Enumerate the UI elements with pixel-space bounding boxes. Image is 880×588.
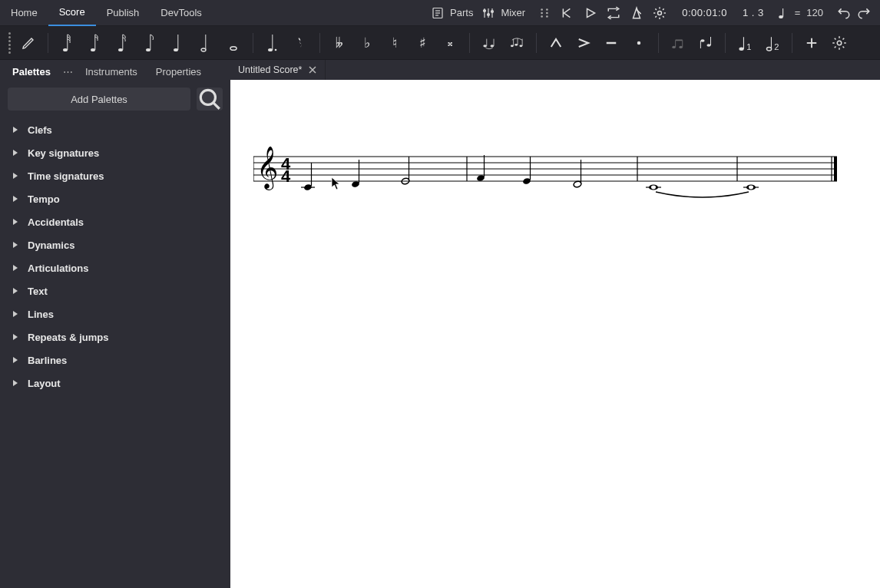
undo-icon[interactable] — [837, 6, 851, 20]
caret-right-icon — [12, 357, 18, 363]
menu-tab-home[interactable]: Home — [0, 0, 48, 26]
toolbar-drag-handle[interactable] — [5, 32, 14, 54]
note-m2-b2[interactable] — [522, 157, 531, 185]
augmentation-dot-button[interactable] — [260, 30, 286, 56]
play-icon[interactable] — [584, 6, 597, 20]
duration-16th-button[interactable] — [110, 30, 136, 56]
natural-button[interactable]: ♮ — [382, 30, 408, 56]
palette-item-layout[interactable]: Layout — [0, 372, 230, 395]
music-staff: 𝄞 4 4 — [253, 141, 868, 295]
duration-quarter-button[interactable] — [165, 30, 191, 56]
redo-icon[interactable] — [857, 6, 871, 20]
duration-whole-button[interactable] — [220, 30, 246, 56]
palette-item-key-signatures[interactable]: Key signatures — [0, 141, 230, 164]
svg-point-29 — [146, 48, 151, 51]
duration-8th-button[interactable] — [137, 30, 164, 56]
palette-item-text[interactable]: Text — [0, 279, 230, 302]
caret-right-icon — [12, 242, 18, 248]
palette-item-lines[interactable]: Lines — [0, 302, 230, 325]
tempo-equals: = — [795, 7, 801, 18]
palette-label: Accidentals — [28, 216, 84, 228]
mixer-label: Mixer — [501, 7, 525, 18]
voice-2-button[interactable]: 2 — [759, 30, 786, 56]
rewind-icon[interactable] — [561, 6, 574, 20]
svg-point-111 — [651, 186, 656, 190]
duration-64th-button[interactable] — [55, 30, 81, 56]
caret-right-icon — [12, 150, 18, 156]
palette-item-clefs[interactable]: Clefs — [0, 118, 230, 141]
note-m4-b1[interactable] — [743, 184, 759, 190]
parts-icon — [432, 7, 444, 19]
svg-point-114 — [749, 186, 753, 190]
menu-tab-score[interactable]: Score — [48, 0, 96, 26]
staccato-button[interactable] — [626, 30, 652, 56]
note-m3-b1[interactable] — [646, 184, 661, 190]
tempo-value: 120 — [806, 7, 823, 18]
palette-item-dynamics[interactable]: Dynamics — [0, 233, 230, 256]
rest-button[interactable] — [287, 30, 313, 56]
add-button[interactable] — [799, 30, 825, 56]
document-tab[interactable]: Untitled Score* — [230, 60, 326, 80]
caret-right-icon — [12, 196, 18, 202]
voice-1-button[interactable]: 1 — [732, 30, 758, 56]
drag-handle-icon[interactable] — [538, 6, 551, 20]
slur-button[interactable] — [504, 30, 530, 56]
palette-item-time-signatures[interactable]: Time signatures — [0, 164, 230, 187]
sharp-button[interactable]: ♯ — [409, 30, 435, 56]
parts-button[interactable]: Parts — [427, 0, 478, 26]
palette-item-tempo[interactable]: Tempo — [0, 187, 230, 210]
menu-tab-devtools[interactable]: DevTools — [150, 0, 212, 26]
add-palettes-button[interactable]: Add Palettes — [8, 88, 190, 111]
tuplet-button[interactable] — [665, 30, 691, 56]
treble-clef: 𝄞 — [256, 146, 278, 190]
svg-point-14 — [541, 15, 543, 18]
tie-arc — [656, 192, 749, 197]
svg-point-9 — [491, 10, 494, 12]
search-palettes-button[interactable] — [197, 88, 223, 111]
svg-point-63 — [766, 47, 771, 50]
svg-point-56 — [700, 39, 704, 42]
palette-item-barlines[interactable]: Barlines — [0, 349, 230, 372]
settings-icon[interactable] — [653, 6, 667, 20]
note-m2-b3[interactable] — [573, 160, 582, 188]
flat-button[interactable]: ♭ — [354, 30, 380, 56]
duration-32nd-button[interactable] — [82, 30, 108, 56]
accent-button[interactable] — [571, 30, 597, 56]
note-input-mode-button[interactable] — [15, 30, 41, 56]
document-tab-title: Untitled Score* — [238, 64, 302, 75]
palette-label: Clefs — [28, 124, 52, 136]
panel-more-icon[interactable]: ⋯ — [60, 66, 76, 78]
svg-point-11 — [546, 8, 548, 11]
note-m1-b3[interactable] — [401, 157, 410, 185]
loop-icon[interactable] — [607, 6, 620, 20]
menu-tab-publish[interactable]: Publish — [96, 0, 151, 26]
tempo-display[interactable]: = 120 — [772, 0, 828, 26]
pencil-icon — [21, 33, 36, 53]
note-m1-b2[interactable] — [351, 160, 360, 188]
svg-marker-83 — [13, 357, 18, 363]
svg-point-10 — [541, 8, 543, 11]
double-sharp-button[interactable]: 𝄪 — [437, 30, 463, 56]
toolbar-settings-button[interactable] — [826, 30, 852, 56]
duration-half-button[interactable] — [193, 30, 219, 56]
playback-time: 0:00:01:0 — [674, 7, 735, 18]
marcato-button[interactable] — [543, 30, 569, 56]
flip-direction-button[interactable] — [693, 30, 719, 56]
palettes-sidebar: Add Palettes Clefs Key signatures Time s… — [0, 80, 230, 588]
metronome-icon[interactable] — [630, 6, 643, 20]
note-m1-b1[interactable] — [301, 163, 315, 191]
time-sig-bottom: 4 — [281, 167, 291, 186]
mixer-button[interactable]: Mixer — [478, 0, 530, 26]
palette-item-accidentals[interactable]: Accidentals — [0, 210, 230, 233]
note-m2-b1[interactable] — [476, 155, 485, 182]
svg-point-38 — [275, 48, 277, 51]
svg-point-58 — [706, 44, 710, 47]
tenuto-button[interactable] — [598, 30, 624, 56]
score-canvas[interactable]: 𝄞 4 4 — [230, 80, 880, 588]
close-icon[interactable] — [308, 65, 317, 74]
tie-button[interactable] — [476, 30, 502, 56]
svg-marker-82 — [13, 334, 18, 340]
palette-item-articulations[interactable]: Articulations — [0, 256, 230, 279]
double-flat-button[interactable]: 𝄫 — [326, 30, 352, 56]
palette-item-repeats-jumps[interactable]: Repeats & jumps — [0, 325, 230, 349]
